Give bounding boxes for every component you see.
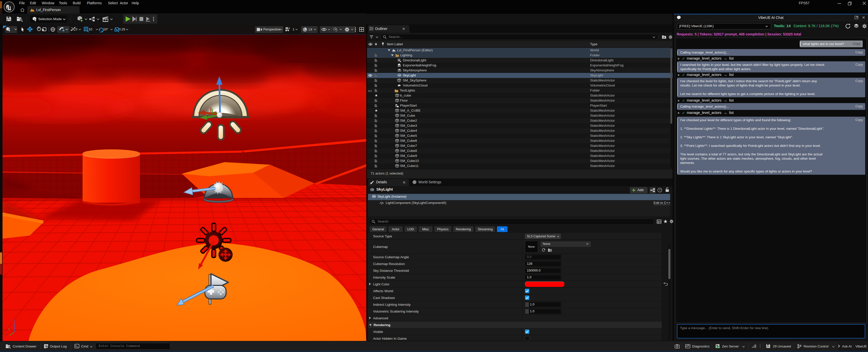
svg-text:*: * <box>769 346 770 349</box>
svg-text:X: X <box>5 333 7 337</box>
svg-text:Z: Z <box>13 319 15 323</box>
svg-text:Y: Y <box>8 328 10 331</box>
svg-text:?: ? <box>659 188 660 191</box>
